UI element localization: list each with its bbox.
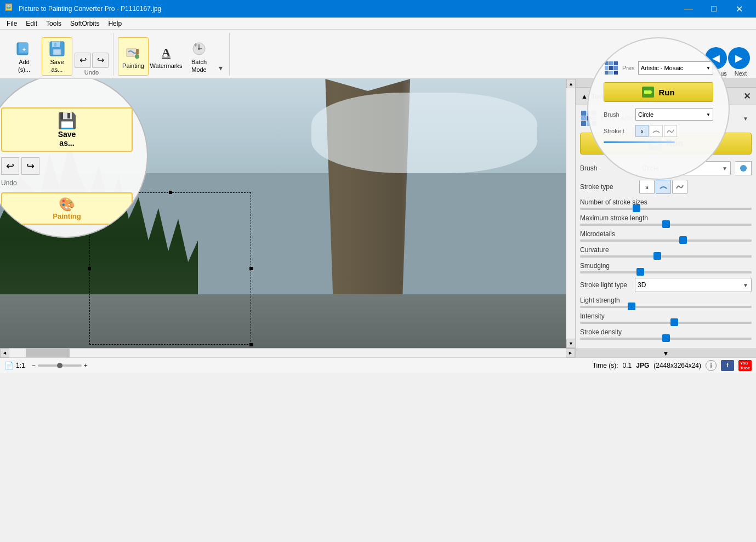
brush-select[interactable]: Circle Square Diamond (639, 161, 731, 175)
stroke-density-section: Stroke density (580, 328, 752, 340)
zoom-in-icon[interactable]: + (84, 362, 88, 369)
h-scrollbar-track[interactable] (9, 349, 566, 357)
max-stroke-length-slider[interactable] (580, 224, 752, 226)
stroke-light-type-select[interactable]: 3D 2D None (635, 278, 752, 292)
menu-bar: File Edit Tools SoftOrbits Help (0, 18, 756, 30)
smudging-label: Smudging (580, 262, 752, 270)
toolbox-collapse-icon[interactable]: ▲ (581, 93, 588, 100)
canvas-scroll-down[interactable]: ▼ (566, 339, 576, 348)
batch-mode-button[interactable]: BatchMode (184, 37, 214, 76)
zoom-out-icon[interactable]: − (32, 362, 36, 369)
num-stroke-sizes-slider[interactable] (580, 208, 752, 210)
undo-button[interactable]: ↩ (75, 53, 91, 68)
h-scroll-right[interactable]: ► (566, 349, 575, 358)
smudging-section: Smudging (580, 262, 752, 273)
painting-icon (124, 44, 142, 61)
save-button[interactable]: Saveas... (42, 37, 72, 76)
toolbox-scroll-down[interactable]: ▼ (576, 349, 756, 357)
nav-buttons: ◀ ▶ (705, 47, 750, 69)
watermarks-icon: A (157, 44, 175, 61)
status-right: Time (s): 0.1 JPG (2448x3264x24) i f You… (593, 360, 752, 371)
svg-text:+: + (22, 47, 26, 53)
toolbox-close-button[interactable]: ✕ (743, 91, 751, 101)
toolbox-header: ▲ Toolbox ✕ (576, 88, 756, 105)
canvas-scroll-up[interactable]: ▲ (566, 79, 576, 88)
h-scrollbar-thumb[interactable] (26, 349, 70, 357)
batch-label: BatchMode (191, 59, 207, 73)
stroke-btn-3[interactable] (672, 180, 687, 194)
app-title: Picture to Painting Converter Pro - P111… (19, 5, 676, 13)
curvature-section: Curvature (580, 246, 752, 258)
num-stroke-sizes-label: Number of stroke sizes (580, 198, 752, 206)
stroke-density-slider[interactable] (580, 338, 752, 340)
svg-point-11 (198, 48, 200, 50)
time-value: 0.1 (623, 362, 632, 369)
smudging-slider[interactable] (580, 271, 752, 273)
stroke-type-label: Stroke type (580, 183, 635, 191)
menu-softorbits[interactable]: SoftOrbits (66, 19, 104, 28)
info-button[interactable]: i (706, 360, 717, 371)
previous-button[interactable]: ◀ (705, 47, 727, 69)
preset-select-wrapper: Artistic - Mosaic Artistic - Watercolor … (618, 111, 752, 126)
zoom-slider-area: − + (32, 362, 88, 369)
facebook-button[interactable]: f (721, 360, 734, 371)
light-strength-slider[interactable] (580, 306, 752, 308)
light-strength-label: Light strength (580, 296, 752, 304)
curvature-label: Curvature (580, 246, 752, 254)
toolbox-scroll-up[interactable]: ▲ (576, 79, 756, 88)
maximize-button[interactable]: □ (701, 0, 726, 18)
preset-select[interactable]: Artistic - Mosaic Artistic - Watercolor … (618, 111, 690, 126)
menu-edit[interactable]: Edit (21, 19, 42, 28)
canvas-scroll: ▲ ▼ (566, 79, 575, 348)
next-button[interactable]: ▶ (728, 47, 750, 69)
canvas-image[interactable]: 💾 Saveas... ↩ ↪ Undo 🎨 (0, 79, 566, 348)
ribbon-tools-group: Painting A Watermarks BatchMode ▾ (113, 33, 230, 76)
next-label: Next (730, 70, 752, 77)
dimensions-label: (2448x3264x24) (653, 362, 701, 369)
zoom-ratio: 1:1 (16, 362, 25, 369)
title-bar: 🖼️ Picture to Painting Converter Pro - P… (0, 0, 756, 18)
stroke-btn-1[interactable]: s (639, 180, 655, 194)
watermarks-button[interactable]: A Watermarks (151, 37, 181, 76)
menu-help[interactable]: Help (104, 19, 126, 28)
stroke-density-row (580, 338, 752, 340)
svg-rect-9 (136, 49, 139, 54)
close-button[interactable]: ✕ (726, 0, 752, 18)
zoom-slider[interactable] (38, 364, 82, 367)
light-strength-row (580, 306, 752, 308)
stroke-light-type-label: Stroke light type (580, 281, 635, 289)
ribbon-more-button[interactable]: ▾ (217, 62, 225, 73)
window-controls: — □ ✕ (676, 0, 752, 18)
stroke-light-select-wrapper: 3D 2D None (635, 278, 752, 292)
num-stroke-sizes-section: Number of stroke sizes (580, 198, 752, 210)
ribbon: + Add(s)... Saveas... ↩ ↪ Und (0, 30, 756, 79)
status-zoom-area: 📄 1:1 (4, 361, 25, 370)
canvas-row: 💾 Saveas... ↩ ↪ Undo 🎨 (0, 79, 575, 348)
minimize-button[interactable]: — (676, 0, 701, 18)
run-button[interactable]: Run (580, 133, 752, 155)
svg-rect-5 (53, 49, 61, 55)
menu-file[interactable]: File (2, 19, 21, 28)
stroke-btn-2[interactable] (656, 180, 671, 194)
h-scrollbar: ◄ ► (0, 348, 575, 357)
intensity-row (580, 322, 752, 324)
curvature-slider[interactable] (580, 255, 752, 258)
preset-label: Pres (601, 115, 615, 122)
brush-expand-button[interactable] (735, 161, 752, 175)
painting-button[interactable]: Painting (118, 37, 149, 76)
light-strength-section: Light strength (580, 296, 752, 308)
toolbox-panel: ▲ ▲ Toolbox ✕ (575, 79, 756, 357)
undo-label: Undo (84, 69, 99, 76)
microdetails-slider[interactable] (580, 239, 752, 242)
preset-icon (580, 110, 598, 127)
status-bar: 📄 1:1 − + Time (s): 0.1 JPG (2448x3264x2… (0, 357, 756, 373)
work-area: 💾 Saveas... ↩ ↪ Undo 🎨 (0, 79, 756, 357)
intensity-slider[interactable] (580, 322, 752, 324)
add-button[interactable]: + Add(s)... (9, 37, 39, 76)
redo-button[interactable]: ↪ (92, 53, 109, 68)
h-scroll-left[interactable]: ◄ (0, 349, 9, 358)
brush-label: Brush (580, 164, 635, 172)
menu-tools[interactable]: Tools (42, 19, 66, 28)
intensity-label: Intensity (580, 312, 752, 320)
youtube-button[interactable]: YouTube (738, 360, 752, 371)
